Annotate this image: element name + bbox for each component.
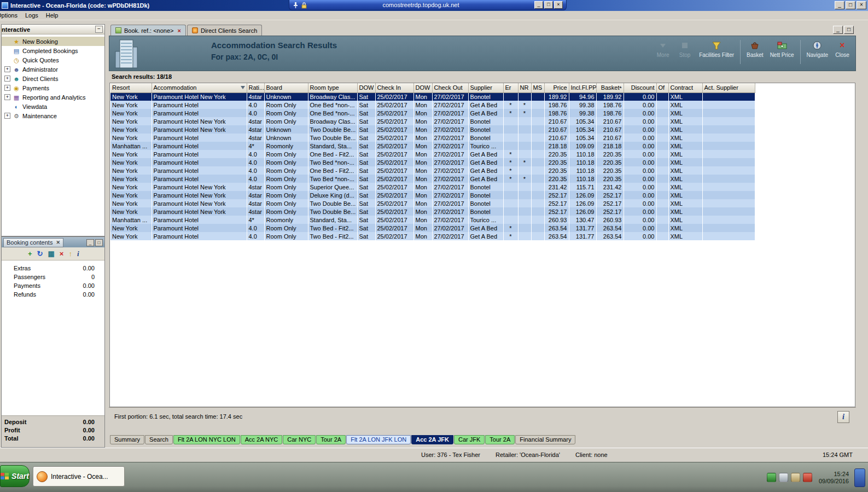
result-row-2[interactable]: New YorkParamount Hotel4.0Room OnlyOne B… [110, 101, 755, 109]
result-row-8[interactable]: New YorkParamount Hotel4.0Room OnlyOne B… [110, 150, 755, 158]
booking-contents-minimize-icon[interactable]: _ [86, 239, 94, 246]
col-header-check-out-8[interactable]: Check Out [432, 83, 468, 92]
result-row-4[interactable]: New YorkParamount Hotel New York4starRoo… [110, 117, 755, 125]
sidebar-item-administrator[interactable]: +☻Administrator [2, 65, 104, 74]
result-row-14[interactable]: New YorkParamount Hotel New York4starRoo… [110, 199, 755, 207]
result-row-1[interactable]: New YorkParamount Hotel New York4starUnk… [110, 92, 755, 101]
col-header-incl-fl-pp-14[interactable]: Incl.Fl.PP [569, 83, 596, 92]
booking-contents-tab[interactable]: Booking contents ✕ [3, 238, 63, 247]
col-header-ms-12[interactable]: MS [531, 83, 544, 92]
tab-booking-ref[interactable]: Book. ref.: <none> × [110, 25, 186, 36]
result-row-6[interactable]: New YorkParamount Hotel4starUnknownTwo D… [110, 134, 755, 142]
result-row-13[interactable]: New YorkParamount Hotel New York4starRoo… [110, 191, 755, 199]
result-row-3[interactable]: New YorkParamount Hotel4.0Room OnlyOne B… [110, 109, 755, 117]
filter-funnel-icon[interactable] [241, 86, 245, 89]
col-header-discount-16[interactable]: Discount [624, 83, 656, 92]
col-header-supplier-9[interactable]: Supplier [468, 83, 503, 92]
sidebar-item-viewdata[interactable]: +◐Viewdata [2, 102, 104, 111]
col-header-dow-5[interactable]: DOW [357, 83, 375, 92]
taskbar-clock[interactable]: 15:24 09/09/2016 [819, 471, 849, 485]
menu-logs[interactable]: Logs [21, 11, 42, 19]
basket-button[interactable]: Basket [743, 39, 767, 58]
sidebar-item-completed-bookings[interactable]: +▤Completed Bookings [2, 46, 104, 55]
menu-help[interactable]: Help [42, 11, 62, 19]
bottom-tab-car-jfk-8[interactable]: Car JFK [454, 435, 485, 444]
bottom-tab-acc-2a-nyc-3[interactable]: Acc 2A NYC [241, 435, 283, 444]
col-header-room-type-4[interactable]: Room type [308, 83, 357, 92]
basket-view-icon[interactable]: ▦ [48, 250, 55, 257]
result-row-12[interactable]: New YorkParamount Hotel New York4starRoo… [110, 183, 755, 191]
result-row-15[interactable]: New YorkParamount Hotel New York4starRoo… [110, 207, 755, 216]
bottom-tab-tour-2a-5[interactable]: Tour 2A [316, 435, 346, 444]
info-button[interactable]: i [837, 411, 849, 423]
col-header-dow-7[interactable]: DOW [413, 83, 432, 92]
col-header-of-17[interactable]: Of [656, 83, 668, 92]
menu-options[interactable]: Options [0, 11, 21, 19]
bottom-tab-acc-2a-jfk-7[interactable]: Acc 2A JFK [411, 435, 453, 444]
bottom-tab-summary-0[interactable]: Summary [110, 435, 144, 444]
col-header-accommodation-1[interactable]: Accommodation [152, 83, 247, 92]
sidebar-item-direct-clients[interactable]: +☻Direct Clients [2, 74, 104, 83]
col-header-act-supplier-19[interactable]: Act. Supplier [702, 83, 755, 92]
tab-direct-clients-search[interactable]: Direct Clients Search [187, 25, 262, 36]
panel-maximize-button[interactable]: □ [844, 26, 854, 34]
add-icon[interactable]: + [28, 250, 32, 257]
result-row-16[interactable]: Manhattan ...Paramount Hotel4*RoomonlySt… [110, 216, 755, 224]
bottom-tab-tour-2a-9[interactable]: Tour 2A [485, 435, 515, 444]
panel-minimize-button[interactable]: _ [833, 26, 843, 34]
col-header-board-3[interactable]: Board [264, 83, 308, 92]
result-row-5[interactable]: New YorkParamount Hotel New York4starUnk… [110, 125, 755, 134]
rdp-close-button[interactable]: × [554, 1, 563, 9]
restore-button[interactable]: □ [846, 1, 855, 9]
tab-close-icon[interactable]: × [178, 27, 181, 34]
expand-icon[interactable]: + [4, 113, 10, 119]
tray-printer-icon[interactable] [791, 473, 800, 482]
bottom-tab-flt-2a-lon-jfk-lon-6[interactable]: Flt 2A LON JFK LON [346, 435, 411, 444]
col-header-price-13[interactable]: Price [544, 83, 569, 92]
close-button[interactable]: × [857, 1, 866, 9]
sidebar-collapse-icon[interactable]: − [95, 26, 103, 33]
col-header-check-in-6[interactable]: Check In [375, 83, 413, 92]
delete-icon[interactable]: × [60, 250, 64, 257]
col-header-basket-15[interactable]: Basket▴ [596, 83, 624, 92]
sidebar-item-maintenance[interactable]: +⚙Maintenance [2, 111, 104, 120]
result-row-7[interactable]: Manhattan ...Paramount Hotel4*RoomonlySt… [110, 142, 755, 150]
result-row-18[interactable]: New YorkParamount Hotel4.0Room OnlyTwo B… [110, 232, 755, 240]
nett-price-button[interactable]: Nett Price [767, 39, 797, 58]
navigate-button[interactable]: Navigate [803, 39, 831, 58]
expand-icon[interactable]: + [4, 76, 10, 82]
tray-volume-icon[interactable] [803, 473, 812, 482]
expand-icon[interactable]: + [4, 66, 10, 72]
info-icon[interactable]: i [77, 250, 79, 257]
sidebar-item-payments[interactable]: +◉Payments [2, 83, 104, 92]
expand-icon[interactable]: + [4, 94, 10, 100]
booking-contents-maximize-icon[interactable]: □ [95, 239, 103, 246]
col-header-contract-18[interactable]: Contract [668, 83, 702, 92]
taskbar-task-button[interactable]: Interactive - Ocea... [33, 466, 125, 487]
col-header-er-10[interactable]: Er [503, 83, 518, 92]
col-header-resort-0[interactable]: Resort [110, 83, 152, 92]
rdp-restore-button[interactable]: □ [544, 1, 553, 9]
tray-status-icon[interactable] [767, 473, 776, 482]
pin-icon[interactable] [293, 2, 299, 9]
language-bar-icon[interactable] [854, 468, 865, 487]
refresh-icon[interactable]: ↻ [37, 250, 43, 257]
booking-contents-close-icon[interactable]: ✕ [56, 240, 60, 245]
col-header-rati-2[interactable]: Rati... [247, 83, 264, 92]
start-button[interactable]: Start [0, 465, 30, 487]
export-icon[interactable]: ↑ [68, 250, 72, 257]
result-row-10[interactable]: New YorkParamount Hotel4.0Room OnlyOne B… [110, 166, 755, 175]
bottom-tab-search-1[interactable]: Search [145, 435, 173, 444]
sidebar-item-new-booking[interactable]: +★New Booking [2, 37, 104, 46]
result-row-11[interactable]: New YorkParamount Hotel4.0Room OnlyTwo B… [110, 175, 755, 183]
bottom-tab-financial-summary-10[interactable]: Financial Summary [515, 435, 575, 444]
rdp-minimize-button[interactable]: _ [534, 1, 543, 9]
result-row-17[interactable]: New YorkParamount Hotel4.0Room OnlyTwo B… [110, 224, 755, 232]
expand-icon[interactable]: + [4, 85, 10, 91]
minimize-button[interactable]: _ [835, 1, 844, 9]
result-row-9[interactable]: New YorkParamount Hotel4.0Room OnlyTwo B… [110, 158, 755, 166]
col-header-nr-11[interactable]: NR [518, 83, 531, 92]
close-results-button[interactable]: × Close [831, 39, 853, 58]
tray-display-icon[interactable] [779, 473, 788, 482]
facilities-filter-button[interactable]: Facilities Filter [696, 39, 737, 58]
